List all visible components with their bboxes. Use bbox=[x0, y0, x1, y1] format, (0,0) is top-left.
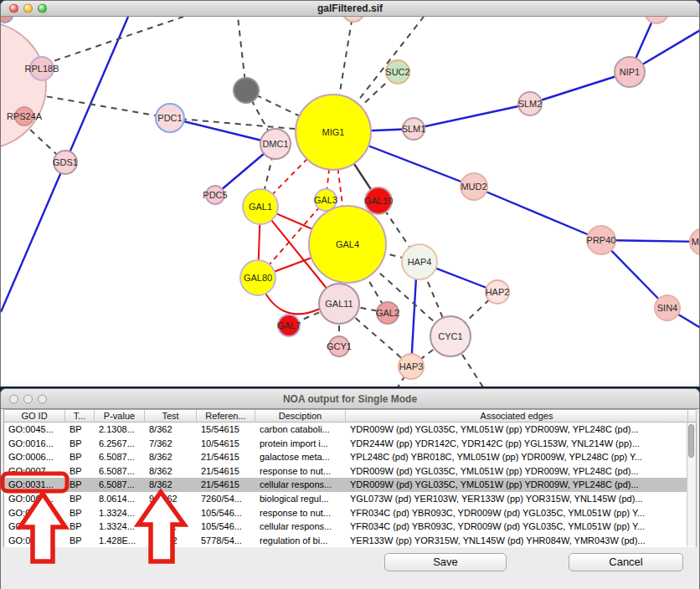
cell: 8/362 bbox=[145, 423, 197, 437]
table-row-8[interactable]: GO:0050...BP1.428E...80/3625778/54...reg… bbox=[4, 534, 696, 548]
node-label-GAL3: GAL3 bbox=[314, 195, 337, 205]
node-label-GAL7: GAL7 bbox=[277, 320, 301, 330]
table-row-6[interactable]: GO:0031...BP1.3324...11/362105/546...res… bbox=[4, 506, 696, 520]
cell: 6.5087... bbox=[95, 464, 145, 479]
network-canvas[interactable]: RPL18BRPS24AGDS1PDC1PDC5DMC1SUC2SLM1MIG1… bbox=[1, 17, 700, 387]
noa-window-title: NOA output for Single Mode bbox=[1, 393, 699, 405]
table-row-3[interactable]: GO:0007...BP6.5087...8/36221/54615respon… bbox=[4, 464, 696, 479]
table-row-7[interactable]: GO:0031...BP1.3324...11/362105/546...cel… bbox=[4, 520, 696, 534]
cell: 7260/54... bbox=[197, 492, 255, 506]
node-label-SIN4: SIN4 bbox=[657, 303, 677, 313]
cell: 8/362 bbox=[145, 478, 197, 492]
cell: YGL073W (pd) YER103W, YER133W (pp) YOR31… bbox=[346, 492, 688, 506]
table-row-1[interactable]: GO:0016...BP6.2567...7/36210/54615protei… bbox=[4, 437, 696, 451]
network-node-unlabeled[interactable] bbox=[342, 17, 364, 22]
save-button[interactable]: Save bbox=[384, 553, 507, 571]
cell: 105/546... bbox=[197, 506, 255, 520]
network-edge-blue[interactable] bbox=[474, 187, 601, 240]
node-label-SUC2: SUC2 bbox=[385, 67, 409, 77]
cell: 1.3324... bbox=[95, 506, 145, 520]
network-node-unlabeled[interactable] bbox=[1, 17, 13, 23]
node-label-GAL80: GAL80 bbox=[244, 273, 272, 283]
column-header-Referen...[interactable]: Referen... bbox=[197, 410, 255, 423]
cell: 21/54615 bbox=[197, 464, 255, 479]
cell: 6.2567... bbox=[95, 437, 145, 451]
cell: YDR009W (pd) YGL035C, YML051W (pp) YDR00… bbox=[346, 423, 688, 437]
node-label-RPL18B: RPL18B bbox=[25, 64, 59, 74]
network-titlebar[interactable]: galFiltered.sif bbox=[1, 1, 699, 17]
cell: GO:0007... bbox=[4, 464, 65, 479]
cell: 21/54615 bbox=[197, 478, 255, 492]
cell: YFR034C (pd) YBR093C, YDR009W (pd) YGL03… bbox=[346, 506, 688, 520]
cell: GO:0045... bbox=[4, 423, 65, 437]
cell: 15/54615 bbox=[197, 423, 255, 437]
node-label-SLM1: SLM1 bbox=[402, 124, 426, 134]
cell: 1.428E... bbox=[95, 534, 145, 548]
network-node-unlabeled[interactable] bbox=[234, 78, 259, 103]
cell: 80/362 bbox=[145, 534, 197, 548]
network-window: galFiltered.sif RPL18BRPS24AGDS1PDC1PDC5… bbox=[0, 0, 700, 387]
cell: YDR244W (pp) YDR142C, YDR142C (pp) YGL15… bbox=[346, 437, 688, 451]
cell: 8/362 bbox=[145, 464, 197, 479]
network-edge-blue[interactable] bbox=[170, 118, 275, 144]
cell: 7/362 bbox=[145, 437, 197, 451]
node-label-GAL10: GAL10 bbox=[364, 196, 393, 206]
table-row-4[interactable]: GO:0031...BP6.5087...8/36221/54615cellul… bbox=[4, 478, 696, 492]
cell: 2.1308... bbox=[95, 423, 145, 437]
desktop: { "network_window": { "title": "galFilte… bbox=[0, 0, 700, 589]
cell: GO:0006... bbox=[4, 450, 65, 464]
node-label-GCY1: GCY1 bbox=[327, 341, 352, 351]
cell: 6.5087... bbox=[95, 478, 145, 492]
scrollbar-thumb[interactable] bbox=[688, 424, 694, 458]
node-label-RPS24A: RPS24A bbox=[7, 111, 43, 121]
column-header-GO ID[interactable]: GO ID bbox=[4, 410, 65, 423]
vertical-scrollbar[interactable] bbox=[687, 423, 696, 546]
cell: BP bbox=[65, 464, 95, 479]
network-edge-blue[interactable] bbox=[414, 104, 530, 129]
cell: BP bbox=[65, 450, 95, 464]
cell: YFR034C (pd) YBR093C, YDR009W (pd) YGL03… bbox=[346, 520, 688, 534]
node-label-GAL11: GAL11 bbox=[325, 299, 353, 309]
cell: biological regul... bbox=[255, 492, 346, 506]
node-label-GDS1: GDS1 bbox=[53, 157, 78, 167]
cell: GO:0016... bbox=[4, 437, 65, 451]
node-label-MIG1: MIG1 bbox=[322, 127, 345, 137]
cell: cellular respons... bbox=[255, 520, 346, 534]
node-label-PDC5: PDC5 bbox=[203, 190, 227, 200]
node-label-HAP2: HAP2 bbox=[486, 287, 510, 297]
network-node-unlabeled[interactable] bbox=[1, 22, 46, 149]
column-header-P-value[interactable]: P-value bbox=[95, 410, 145, 423]
cell: protein import i... bbox=[255, 437, 346, 451]
network-node-unlabeled[interactable] bbox=[645, 17, 668, 23]
node-label-DMC1: DMC1 bbox=[262, 139, 288, 149]
node-label-CYC1: CYC1 bbox=[438, 331, 462, 341]
column-header-Associated edges[interactable]: Associated edges bbox=[346, 410, 688, 423]
node-label-MSL1: MSL1 bbox=[692, 237, 700, 247]
node-label-HAP4: HAP4 bbox=[408, 257, 432, 267]
cell: cellular respons... bbox=[255, 478, 346, 492]
column-header-Desciption[interactable]: Desciption bbox=[255, 410, 346, 423]
cell: 105/546... bbox=[197, 520, 255, 534]
cell: YPL248C (pd) YBR018C, YML051W (pp) YDR00… bbox=[346, 450, 688, 464]
cell: carbon cataboli... bbox=[255, 423, 346, 437]
table-row-2[interactable]: GO:0006...BP6.5087...8/36221/54615galact… bbox=[4, 450, 696, 464]
cell: GO:0031... bbox=[4, 506, 65, 520]
node-label-SLM2: SLM2 bbox=[518, 99, 543, 109]
cell: 1.3324... bbox=[95, 520, 145, 534]
cell: 11/362 bbox=[145, 520, 197, 534]
cell: BP bbox=[65, 437, 95, 451]
column-header-T...[interactable]: T... bbox=[65, 410, 95, 423]
cell: 10/54615 bbox=[197, 437, 255, 451]
table-row-5[interactable]: GO:0065...BP8.0614...94/3627260/54...bio… bbox=[4, 492, 696, 506]
noa-titlebar[interactable]: NOA output for Single Mode bbox=[1, 389, 699, 409]
cell: BP bbox=[65, 534, 95, 548]
noa-output-window: NOA output for Single Mode GO IDT...P-va… bbox=[0, 388, 700, 589]
cancel-button[interactable]: Cancel bbox=[569, 553, 683, 571]
table-row-0[interactable]: GO:0045...BP2.1308...8/36215/54615carbon… bbox=[4, 423, 696, 437]
node-label-GAL2: GAL2 bbox=[376, 308, 399, 318]
column-header-scrollbar-corner[interactable] bbox=[688, 410, 697, 423]
column-header-Test[interactable]: Test bbox=[145, 410, 197, 423]
node-label-PRP40: PRP40 bbox=[587, 235, 616, 245]
cell: 8.0614... bbox=[95, 492, 145, 506]
node-label-PDC1: PDC1 bbox=[157, 113, 182, 123]
